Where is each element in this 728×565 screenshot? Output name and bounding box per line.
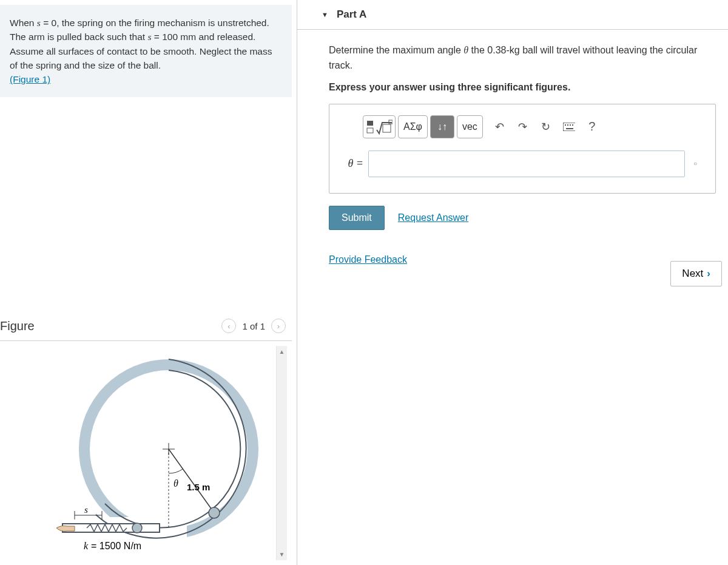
svg-rect-25 [570, 124, 571, 126]
scroll-up-icon[interactable]: ▲ [279, 346, 285, 357]
part-title: Part A [337, 8, 366, 21]
svg-text:1.5 m: 1.5 m [187, 482, 210, 492]
part-collapse-icon[interactable]: ▼ [322, 11, 328, 18]
svg-rect-23 [565, 124, 566, 126]
svg-text:k: k [84, 541, 89, 551]
submit-button[interactable]: Submit [329, 206, 385, 230]
svg-rect-26 [572, 124, 573, 126]
reset-icon[interactable]: ↻ [540, 121, 552, 133]
svg-rect-20 [383, 124, 391, 132]
request-answer-link[interactable]: Request Answer [398, 212, 469, 223]
undo-icon[interactable]: ↶ [494, 121, 506, 133]
next-button[interactable]: Next› [670, 261, 722, 286]
figure-link[interactable]: (Figure 1) [10, 74, 50, 84]
svg-text:= 1500 N/m: = 1500 N/m [91, 541, 141, 551]
answer-input[interactable] [368, 151, 685, 177]
svg-point-11 [132, 523, 142, 533]
figure-title: Figure [0, 319, 35, 333]
provide-feedback-link[interactable]: Provide Feedback [329, 254, 407, 265]
svg-text:s: s [84, 505, 88, 515]
answer-panel: ΑΣφ ↓↑ vec ↶ ↷ ↻ ? θ = [329, 104, 716, 194]
svg-rect-19 [367, 128, 373, 133]
subscript-button[interactable]: ↓↑ [430, 115, 454, 138]
svg-point-9 [209, 507, 220, 518]
svg-rect-24 [567, 124, 568, 126]
greek-button[interactable]: ΑΣφ [398, 115, 428, 138]
answer-instruction: Express your answer using three signific… [329, 82, 716, 93]
chevron-right-icon: › [707, 268, 710, 280]
figure-next-button[interactable]: › [271, 319, 286, 333]
question-text: Determine the maximum angle θ the 0.38-k… [329, 43, 716, 73]
figure-page-indicator: 1 of 1 [242, 321, 265, 331]
svg-rect-10 [62, 524, 160, 532]
scroll-down-icon[interactable]: ▼ [279, 549, 285, 560]
templates-button[interactable] [363, 115, 396, 138]
problem-statement: When s = 0, the spring on the firing mec… [0, 5, 292, 97]
vector-button[interactable]: vec [457, 115, 483, 138]
help-icon[interactable]: ? [586, 121, 598, 133]
unit-indicator: ○ [693, 160, 697, 167]
answer-variable-label: θ = [339, 157, 363, 170]
svg-text:θ: θ [174, 478, 178, 489]
svg-rect-27 [566, 128, 573, 129]
figure-scrollbar[interactable]: ▲ ▼ [276, 346, 287, 560]
redo-icon[interactable]: ↷ [517, 121, 529, 133]
svg-rect-18 [367, 121, 373, 126]
fraction-sqrt-icon [366, 119, 393, 135]
keyboard-icon[interactable] [563, 121, 575, 133]
svg-rect-22 [563, 123, 575, 131]
figure-image: θ 1.5 m [5, 346, 276, 560]
figure-prev-button[interactable]: ‹ [221, 319, 236, 333]
